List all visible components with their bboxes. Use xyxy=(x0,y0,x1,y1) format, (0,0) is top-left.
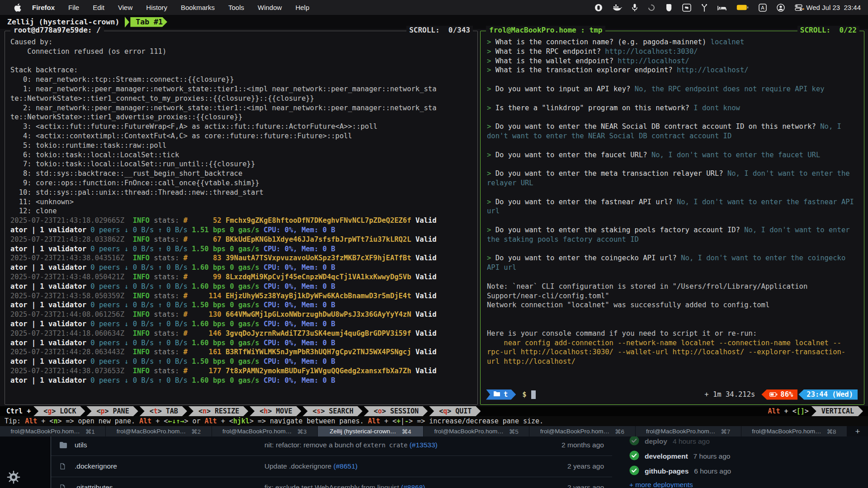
log-line: 2025-07-23T21:43:58.050359Z INFO stats: … xyxy=(10,291,472,301)
browser-tab-4[interactable]: Zellij (hysterical-crown…⌘4 xyxy=(318,426,424,436)
deployment-name[interactable]: deploy xyxy=(645,437,667,446)
log-line: 2025-07-23T21:44:38.073653Z INFO stats: … xyxy=(10,366,472,376)
browser-tab-shortcut: ⌘2 xyxy=(191,428,201,435)
menu-item-edit[interactable]: Edit xyxy=(93,4,104,11)
menu-item-tools[interactable]: Tools xyxy=(228,4,244,11)
browser-tab-7[interactable]: frol@MacBookPro.hom…⌘7 xyxy=(636,426,741,436)
terminal-window: Zellij (hysterical-crown) Tab #1 root@d7… xyxy=(0,15,868,426)
menu-bar-clock[interactable]: Wed Jul 23 23:44 xyxy=(806,4,861,11)
right-terminal-pane[interactable]: frol@MacBookPro.home : tmp SCROLL: 0/22 … xyxy=(480,31,864,405)
terminal-output-line: 12: clone xyxy=(10,206,472,216)
browser-tab-1[interactable]: frol@MacBookPro.hom…⌘1 xyxy=(0,426,106,436)
menu-items: FileEditViewHistoryBookmarksToolsWindowH… xyxy=(68,4,309,11)
menu-item-help[interactable]: Help xyxy=(295,4,309,11)
menu-item-file[interactable]: File xyxy=(68,4,79,11)
screen-sharing-icon[interactable] xyxy=(682,4,691,12)
log-line-wrap: ator | 1 validator 0 peers ↓ 0 B/s ↑ 0 B… xyxy=(10,244,472,254)
cli-answer: No, I don't want to enter the faucet URL xyxy=(651,151,820,159)
account-icon[interactable] xyxy=(777,4,785,12)
terminal-output-line: Connection refused (os error 111) xyxy=(10,47,472,56)
cli-question: > Do you want to enter the meta transact… xyxy=(487,169,854,188)
table-row: .gitattributesfix: exclude test WebAssem… xyxy=(51,477,612,488)
cli-question: > What is the transaction explorer endpo… xyxy=(487,66,854,75)
cli-note: Network connection "localnet" was succes… xyxy=(487,300,854,310)
menu-item-bookmarks[interactable]: Bookmarks xyxy=(181,4,215,11)
browser-tab-3[interactable]: frol@MacBookPro.hom…⌘3 xyxy=(212,426,318,436)
browser-tab-5[interactable]: frol@MacBookPro.hom…⌘5 xyxy=(424,426,529,436)
airdrop-icon[interactable] xyxy=(701,4,708,12)
terminal-output-line: 3: <actix::fut::future::FutureWrap<F,A> … xyxy=(10,122,472,131)
check-circle-icon xyxy=(629,465,639,477)
left-terminal-pane[interactable]: root@d778a97e59de: / SCROLL: 0/343 Cause… xyxy=(5,31,478,405)
cli-answer: http://localhost:3030/ xyxy=(605,47,698,56)
file-name[interactable]: .dockerignore xyxy=(75,462,264,470)
control-center-icon[interactable] xyxy=(795,4,804,11)
file-icon xyxy=(59,484,68,488)
browser-tab-8[interactable]: frol@MacBookPro.hom…⌘8 xyxy=(741,426,847,436)
menu-item-history[interactable]: History xyxy=(146,4,167,11)
new-tab-button[interactable]: + xyxy=(847,426,868,436)
left-pane-output: Caused by: Connection refused (os error … xyxy=(5,31,477,385)
repo-file-table: utilsnit: refactor: remove a bunch of ex… xyxy=(51,436,612,488)
deployment-name[interactable]: github-pages xyxy=(645,467,689,475)
zellij-keybinding-bar: Ctrl + <g> LOCK<p> PANE<t> TAB<n> RESIZE… xyxy=(0,406,868,416)
zellij-tab-1[interactable]: Tab #1 xyxy=(130,17,167,27)
docker-icon[interactable] xyxy=(613,4,622,11)
menu-item-window[interactable]: Window xyxy=(258,4,282,11)
browser-tab-label: frol@MacBookPro.hom… xyxy=(222,428,292,435)
microphone-icon[interactable] xyxy=(632,4,637,12)
apple-icon[interactable] xyxy=(14,3,21,12)
cli-question: > What is the connection name? (e.g. pag… xyxy=(487,38,854,47)
check-circle-icon xyxy=(629,436,639,447)
terminal-output-line: 11: <unknown> xyxy=(10,197,472,207)
pr-link[interactable]: (#13533) xyxy=(410,441,438,449)
cli-question: > Do you want to input an API key? No, t… xyxy=(487,84,854,94)
settings-gear-icon[interactable] xyxy=(6,470,21,484)
terminal-output-line: 6: tokio::task::local::LocalSet::tick xyxy=(10,150,472,160)
prompt-directory-segment: t xyxy=(486,389,516,400)
file-name[interactable]: .gitattributes xyxy=(75,483,264,488)
bed-icon[interactable] xyxy=(717,4,726,11)
terminal-output-line: 9: core::ops::function::FnOnce::call_onc… xyxy=(10,178,472,188)
browser-tab-shortcut: ⌘5 xyxy=(509,428,519,435)
record-icon[interactable] xyxy=(594,4,603,12)
pr-link[interactable]: (#8651) xyxy=(334,462,358,470)
pr-link[interactable]: (#8868) xyxy=(401,483,425,488)
zellij-tip-line: Tip: Alt + <n> => open new pane. Alt + <… xyxy=(0,416,868,426)
input-source-icon[interactable]: A xyxy=(759,4,767,12)
battery-icon[interactable] xyxy=(736,5,749,10)
active-app-name[interactable]: Firefox xyxy=(32,4,55,11)
keybar-prefix: Ctrl + xyxy=(4,407,33,415)
file-icon xyxy=(59,463,68,470)
spiral-icon[interactable] xyxy=(647,4,656,12)
keybinding-vertical: VERTICAL xyxy=(811,406,863,416)
browser-tab-shortcut: ⌘8 xyxy=(827,428,836,435)
file-name[interactable]: utils xyxy=(75,441,264,449)
clock-badge: 23:44 (Wed) xyxy=(798,389,858,400)
keybinding-move: <h> MOVE xyxy=(250,406,301,416)
shell-prompt-row: t $ + 1m 34.212s 86% 23:44 (Wed) xyxy=(486,389,858,400)
log-line: 2025-07-23T21:44:08.061256Z INFO stats: … xyxy=(10,310,472,319)
cli-question: > What is the wallet endpoint? http://lo… xyxy=(487,56,854,66)
keybinding-tab: <t> TAB xyxy=(140,406,187,416)
deployment-name[interactable]: development xyxy=(645,452,688,460)
more-deployments-link[interactable]: + more deployments xyxy=(629,481,868,488)
svg-text:A: A xyxy=(761,5,765,10)
zellij-session-name: Zellij (hysterical-crown) xyxy=(7,18,119,26)
browser-tab-6[interactable]: frol@MacBookPro.hom…⌘6 xyxy=(529,426,635,436)
browser-tab-2[interactable]: frol@MacBookPro.hom…⌘2 xyxy=(106,426,212,436)
menu-item-view[interactable]: View xyxy=(118,4,132,11)
deployment-row: github-pages6 hours ago xyxy=(629,464,868,479)
keybinding-search: <s> SEARCH xyxy=(302,406,362,416)
battery-percentage: 86% xyxy=(780,390,793,399)
right-pane-title: frol@MacBookPro.home : tmp xyxy=(486,26,605,34)
log-line-wrap: ator | 1 validator 0 peers ↓ 0 B/s ↑ 0 B… xyxy=(10,357,472,366)
terminal-cursor[interactable] xyxy=(531,390,536,399)
terminal-output-line: 0: near_network::tcp::Stream::connect::{… xyxy=(10,75,472,84)
log-line-wrap: ator | 1 validator 0 peers ↓ 0 B/s ↑ 0 B… xyxy=(10,300,472,310)
browser-tab-label: frol@MacBookPro.hom… xyxy=(117,428,186,435)
hand-icon[interactable] xyxy=(665,4,672,12)
command-intro: Here is your console command if you need… xyxy=(487,329,854,338)
cli-answer: I dont know xyxy=(693,104,740,112)
battery-badge: 86% xyxy=(761,389,797,400)
